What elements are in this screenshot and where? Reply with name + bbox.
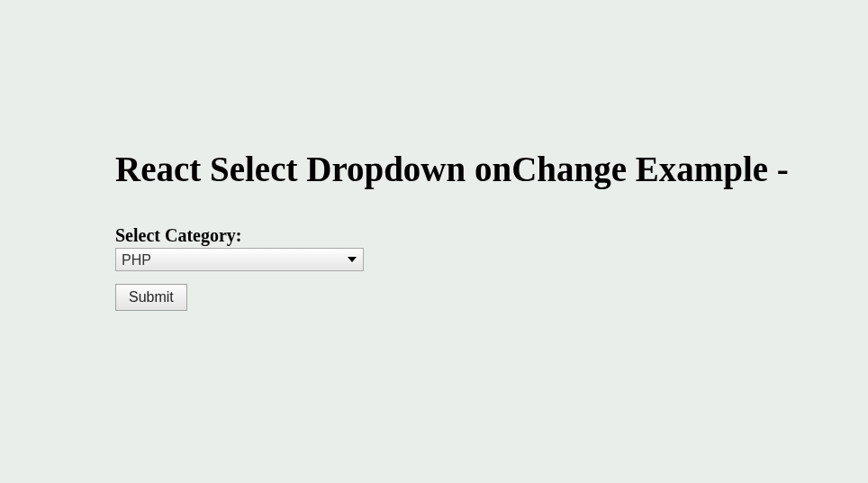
submit-button[interactable]: Submit — [115, 284, 187, 311]
category-select[interactable]: PHP — [115, 248, 364, 271]
category-select-wrapper: PHP — [115, 248, 364, 271]
page-title: React Select Dropdown onChange Example - — [115, 149, 868, 189]
category-label: Select Category: — [115, 225, 868, 246]
